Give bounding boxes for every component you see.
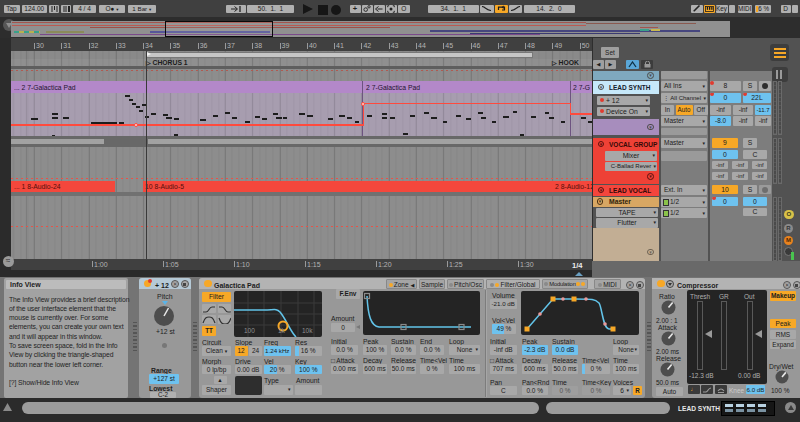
svg-text:10k: 10k [302,327,313,334]
svg-text:100: 100 [244,327,255,334]
svg-text:1k: 1k [278,327,286,334]
